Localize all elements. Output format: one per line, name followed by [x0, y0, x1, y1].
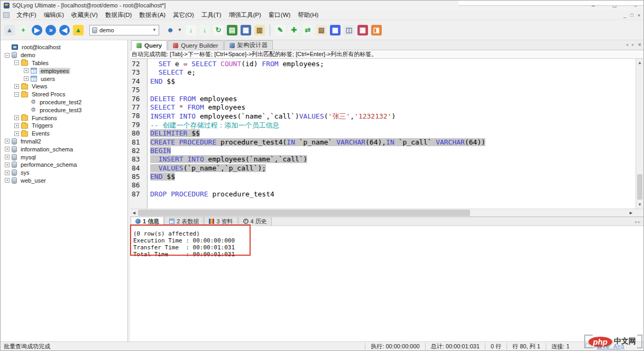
tab-scroll-right-icon[interactable]: ▸	[632, 42, 634, 47]
explain-button[interactable]: ▲	[72, 24, 85, 37]
code-line: DELETE FROM employees	[150, 95, 643, 103]
sidebar-item-employees[interactable]: +employees	[1, 67, 127, 75]
editor-vertical-scrollbar[interactable]: ▲ ▼	[636, 59, 643, 209]
sidebar-item-users[interactable]: +users	[1, 75, 127, 83]
sidebar-item-mysql[interactable]: +mysql	[1, 153, 127, 161]
result-tab-2-表数据[interactable]: 2 表数据	[164, 217, 204, 226]
tab-label: Query Builder	[181, 42, 218, 49]
scroll-left-icon[interactable]: ◄	[130, 209, 138, 217]
sidebar-item-events[interactable]: +Events	[1, 130, 127, 138]
sql-editor[interactable]: 72737475767778798081828384858687 SET e =…	[130, 59, 643, 209]
expand-icon[interactable]: +	[5, 147, 10, 151]
save-query-button[interactable]: ↻	[212, 24, 225, 37]
expand-icon[interactable]: +	[14, 84, 19, 89]
table-data-button[interactable]: ▦	[240, 24, 252, 37]
result-tab-scroll-icons[interactable]: ◂ ▸	[634, 219, 640, 224]
tab-架构设计器[interactable]: 架构设计器	[224, 40, 273, 50]
collapse-icon[interactable]: −	[14, 60, 19, 65]
expand-icon[interactable]: +	[5, 139, 10, 143]
messages-panel: (0 row(s) affected)Execution Time : 00:0…	[130, 226, 643, 341]
scroll-down-icon[interactable]: ▼	[636, 201, 643, 209]
menu-item-5[interactable]: 数据表(A)	[135, 10, 169, 20]
expand-icon[interactable]: +	[5, 170, 10, 175]
expand-icon[interactable]: +	[14, 123, 19, 128]
tab-query-builder[interactable]: Query Builder	[168, 40, 223, 50]
copy-db-button[interactable]: ◨	[370, 24, 383, 37]
expand-icon[interactable]: +	[5, 178, 10, 183]
result-tab-1-信息[interactable]: 1 信息	[131, 217, 164, 226]
menu-item-1[interactable]: 文件(F)	[13, 10, 40, 20]
menu-item-6[interactable]: 其它(O)	[169, 10, 198, 20]
mdi-restore-button[interactable]: □	[630, 13, 633, 18]
execute-all-button[interactable]: »	[44, 24, 57, 37]
table-filter-button[interactable]: ▥	[253, 24, 266, 37]
sidebar-item-fmmall2[interactable]: +fmmall2	[1, 138, 127, 146]
connect-button[interactable]: +	[17, 24, 30, 37]
user-button[interactable]: ☻	[164, 24, 177, 37]
procedure-icon: ⚙	[31, 107, 36, 113]
horizontal-scroll-thumb[interactable]	[138, 210, 470, 216]
result-tab-3-资料[interactable]: 3 资料	[204, 217, 237, 226]
menu-item-3[interactable]: 收藏夹(V)	[68, 10, 102, 20]
app-logo-button[interactable]: ▲	[3, 24, 16, 37]
tab-scroll-left-icon[interactable]: ◂	[626, 42, 629, 47]
tree-item-label: Stored Procs	[30, 91, 67, 97]
menu-item-4[interactable]: 数据库(D)	[102, 10, 135, 20]
query-window-icon: ◫	[344, 25, 354, 35]
tree-item-label: web_user	[19, 177, 48, 184]
sidebar-item-information-schema[interactable]: +information_schema	[1, 145, 127, 153]
sync-button[interactable]: ⇄	[301, 24, 314, 37]
data-compare-button[interactable]: ▦	[356, 24, 369, 37]
scroll-up-icon[interactable]: ▲	[636, 59, 643, 67]
vertical-scroll-thumb[interactable]	[637, 174, 642, 200]
sidebar-item-stored-procs[interactable]: −Stored Procs	[1, 91, 127, 98]
mdi-close-button[interactable]: ×	[638, 13, 640, 18]
expand-icon[interactable]: +	[14, 115, 19, 120]
expand-icon[interactable]: +	[14, 131, 19, 136]
open-query-button[interactable]: ↓	[198, 24, 211, 37]
user-dropdown-caret-icon[interactable]: ▼	[178, 28, 182, 32]
refresh-button[interactable]: ✚	[288, 24, 300, 37]
sidebar-item-views[interactable]: +Views	[1, 83, 127, 91]
expand-icon[interactable]: +	[24, 76, 29, 81]
schema-sync-button[interactable]: ▩	[329, 24, 342, 37]
editor-horizontal-scrollbar[interactable]: ◄ ►	[130, 209, 643, 217]
menu-item-2[interactable]: 编辑(E)	[40, 10, 68, 20]
sidebar-item-functions[interactable]: +Functions	[1, 114, 127, 122]
sidebar-item-tables[interactable]: −Tables	[1, 59, 127, 67]
backup-button[interactable]: ▧	[315, 24, 328, 37]
sidebar-item-performance-schema[interactable]: +performance_schema	[1, 161, 127, 169]
new-query-button[interactable]: ↓	[185, 24, 197, 37]
sidebar-item-sys[interactable]: +sys	[1, 169, 127, 177]
tab-close-icon[interactable]: ×	[638, 41, 641, 48]
expand-icon[interactable]: +	[5, 163, 10, 167]
database-selector[interactable]: demo▼	[89, 25, 159, 35]
query-window-button[interactable]: ◫	[343, 24, 355, 37]
sidebar-item-web-user[interactable]: +web_user	[1, 177, 127, 185]
sidebar-item-root-localhost[interactable]: root@localhost	[1, 43, 127, 51]
mdi-minimize-button[interactable]: _	[623, 13, 626, 18]
execute-query-button[interactable]: ▶	[31, 24, 43, 37]
format-query-button[interactable]: ✎	[274, 24, 287, 37]
insert-update-button[interactable]: ▤	[226, 24, 238, 37]
menu-item-9[interactable]: 窗口(W)	[265, 10, 295, 20]
stop-query-button[interactable]: ◀	[58, 24, 71, 37]
sidebar-item-demo[interactable]: −demo	[1, 51, 127, 59]
expand-icon[interactable]: +	[24, 68, 29, 73]
menu-item-8[interactable]: 增强工具(P)	[225, 10, 264, 20]
scroll-right-icon[interactable]: ►	[627, 209, 635, 217]
folder-icon	[21, 115, 28, 121]
sidebar-item-procedure-test3[interactable]: ⚙procedure_test3	[1, 106, 127, 114]
menu-item-10[interactable]: 帮助(H)	[294, 10, 322, 20]
tab-query[interactable]: Query	[131, 40, 167, 50]
expand-icon[interactable]: +	[5, 155, 10, 159]
sidebar-item-procedure-test2[interactable]: ⚙procedure_test2	[1, 98, 127, 106]
result-tab-4-历史[interactable]: 4 历史	[238, 217, 272, 226]
sidebar-item-triggers[interactable]: +Triggers	[1, 122, 127, 130]
tree-item-label: sys	[19, 169, 31, 176]
collapse-icon[interactable]: −	[14, 92, 19, 97]
collapse-icon[interactable]: −	[5, 53, 10, 58]
query-tab-icon	[136, 43, 142, 48]
database-icon	[12, 169, 17, 176]
menu-item-7[interactable]: 工具(T)	[198, 10, 225, 20]
